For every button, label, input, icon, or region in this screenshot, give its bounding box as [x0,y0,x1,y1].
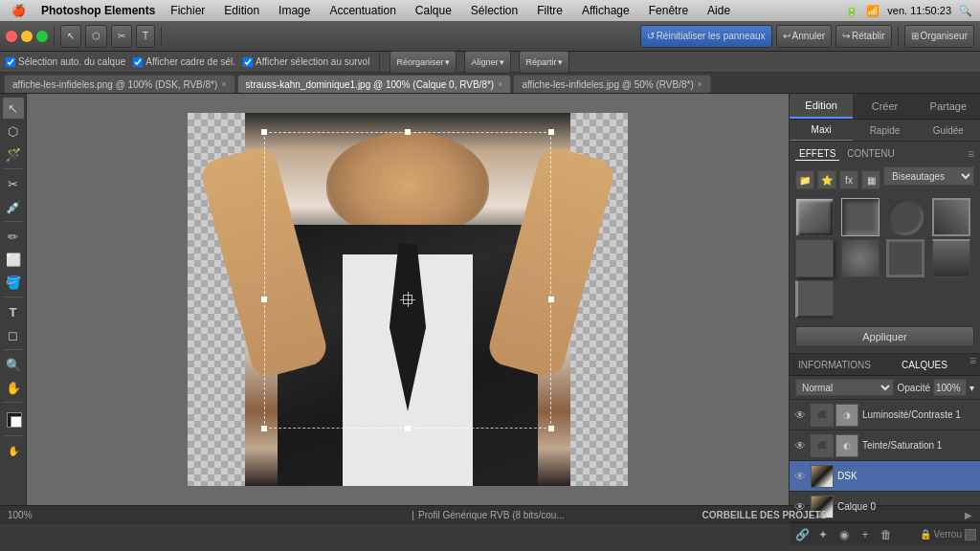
menu-affichage[interactable]: Affichage [578,4,634,17]
fx-icon[interactable]: fx [839,170,858,189]
select-tool-btn[interactable]: ⬡ [85,25,107,48]
repartir-btn[interactable]: Répartir ▾ [519,51,569,74]
type-tool-left[interactable]: T [3,301,24,322]
panel-options-btn[interactable]: ≡ [968,147,974,161]
layer-style-btn[interactable]: ✦ [814,528,832,541]
effect-thumb-2[interactable] [841,198,880,236]
show-frame-checkbox[interactable]: Afficher cadre de sél. [133,56,235,67]
menu-accentuation[interactable]: Accentuation [325,4,399,17]
undo-btn[interactable]: ↩ Annuler [776,25,832,48]
tab-creer[interactable]: Créer [853,94,916,119]
reorganiser-btn[interactable]: Réorganiser ▾ [390,51,457,74]
reset-panels-btn[interactable]: ↺ Réinitialiser les panneaux [640,25,772,48]
layer-vis-0[interactable]: 👁 [793,408,807,422]
hand-tool-2[interactable]: ✋ [3,440,24,461]
eraser-tool[interactable]: ⬜ [3,249,24,270]
sel-handle-bl[interactable] [261,426,267,431]
layer-item-2[interactable]: 👁 DSK [790,461,980,492]
file-tab-1[interactable]: strauss-kahn_dominique1.jpg @ 100% (Calq… [237,75,512,93]
sel-handle-mr[interactable] [548,297,554,302]
menu-selection[interactable]: Sélection [467,4,522,17]
zoom-tool[interactable]: 🔍 [3,354,24,375]
menu-filtre[interactable]: Filtre [533,4,567,17]
sel-handle-tl[interactable] [261,129,267,135]
crop-tool-btn[interactable]: ✂ [111,25,132,48]
eyedropper-tool[interactable]: 💉 [3,196,24,217]
star-icon[interactable]: ⭐ [817,170,836,189]
menu-edition[interactable]: Edition [220,4,263,17]
calques-tab[interactable]: CALQUES [880,354,969,375]
shape-tool[interactable]: ◻ [3,324,24,345]
aligner-btn[interactable]: Aligner ▾ [464,51,511,74]
layers-options-btn[interactable]: ≡ [969,354,980,375]
effect-thumb-4[interactable] [932,198,970,236]
file-tab-2[interactable]: affiche-les-infideles.jpg @ 50% (RVB/8*)… [513,75,711,93]
layer-item-1[interactable]: 👁 ⬛ ◐ Teinte/Saturation 1 [790,430,980,461]
delete-layer-btn[interactable]: 🗑 [878,528,895,541]
contenu-tab[interactable]: CONTENU [843,147,898,161]
new-layer-btn[interactable]: + [857,528,874,541]
layer-item-0[interactable]: 👁 ⬛ ◑ Luminosité/Contraste 1 [790,400,980,430]
auto-select-checkbox[interactable]: Sélection auto. du calque [6,56,125,67]
tab-close-2[interactable]: × [698,79,702,89]
sel-handle-ml[interactable] [261,297,267,302]
sel-handle-bc[interactable] [405,426,411,431]
crop-tool-left[interactable]: ✂ [3,173,24,194]
tab-close-0[interactable]: × [221,79,226,89]
move-tool[interactable]: ↖ [3,98,24,119]
paint-bucket-tool[interactable]: 🪣 [3,272,24,293]
menu-fichier[interactable]: Fichier [167,4,209,17]
informations-tab[interactable]: INFORMATIONS [790,354,880,375]
subtab-maxi[interactable]: Maxi [790,120,853,141]
menu-aide[interactable]: Aide [703,4,734,17]
lasso-tool[interactable]: ⬡ [3,121,24,142]
minimize-window-btn[interactable] [21,31,33,42]
apple-menu[interactable]: 🍎 [8,4,30,17]
effect-thumb-1[interactable] [795,198,834,236]
canvas-area[interactable] [27,94,789,505]
redo-btn[interactable]: ↪ Rétablir [835,25,891,48]
effect-thumb-7[interactable] [886,239,924,277]
search-icon[interactable]: 🔍 [959,5,972,17]
effect-thumb-9[interactable] [795,280,834,319]
type-tool-btn[interactable]: T [136,25,155,48]
effect-thumb-5[interactable] [795,239,834,277]
sel-handle-br[interactable] [548,426,554,431]
file-tab-0[interactable]: affiche-les-infideles.png @ 100% (DSK, R… [4,75,235,93]
close-window-btn[interactable] [6,31,17,42]
effets-tab[interactable]: EFFETS [795,147,839,161]
show-hover-checkbox[interactable]: Afficher sélection au survol [243,56,369,67]
brush-tool[interactable]: ✏ [3,226,24,247]
effect-thumb-8[interactable] [932,239,970,277]
apply-btn[interactable]: Appliquer [795,326,974,347]
menu-fenetre[interactable]: Fenêtre [645,4,692,17]
lock-checkbox[interactable] [965,529,976,540]
tab-edition[interactable]: Edition [790,94,853,119]
hand-tool[interactable]: ✋ [3,377,24,398]
tab-close-1[interactable]: × [498,79,502,89]
folder-icon[interactable]: 📁 [795,170,814,189]
add-mask-btn[interactable]: ◉ [835,528,853,541]
tab-partage[interactable]: Partage [917,94,980,119]
maximize-window-btn[interactable] [36,31,48,42]
organizer-btn[interactable]: ⊞ Organiseur [904,25,974,48]
texture-icon[interactable]: ▦ [861,170,880,189]
sel-handle-tc[interactable] [405,129,411,135]
magic-wand-tool[interactable]: 🪄 [3,143,24,165]
opacity-input[interactable] [933,379,967,396]
subtab-rapide[interactable]: Rapide [853,120,916,141]
menu-image[interactable]: Image [275,4,314,17]
sel-handle-tr[interactable] [548,129,554,135]
blend-mode-select[interactable]: Normal [795,379,894,396]
menu-calque[interactable]: Calque [412,4,456,17]
effects-dropdown[interactable]: Biseautages [883,166,974,186]
opacity-arrow-icon[interactable]: ▾ [969,383,974,393]
layer-vis-2[interactable]: 👁 [793,470,807,483]
layer-vis-1[interactable]: 👁 [793,439,807,452]
link-layers-btn[interactable]: 🔗 [793,528,811,541]
effect-thumb-6[interactable] [841,239,880,277]
background-color[interactable] [11,416,22,428]
subtab-guidee[interactable]: Guidée [917,120,980,141]
move-tool-btn[interactable]: ↖ [60,25,81,48]
effect-thumb-3[interactable] [886,198,924,236]
